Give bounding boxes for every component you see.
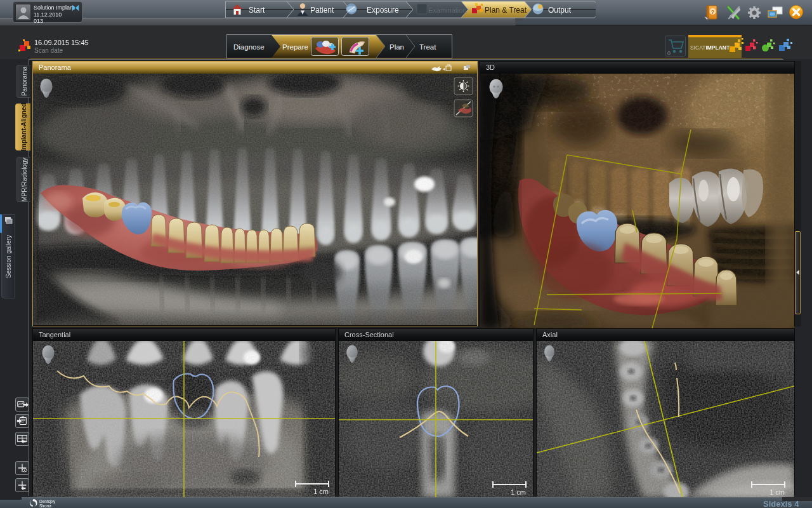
svg-text:Prepare: Prepare bbox=[282, 43, 308, 51]
svg-text:0: 0 bbox=[667, 50, 671, 57]
svg-text:Plan & Treat: Plan & Treat bbox=[485, 6, 527, 15]
svg-text:Plan: Plan bbox=[390, 43, 404, 51]
svg-text:Patient: Patient bbox=[310, 6, 334, 15]
svg-text:Examination: Examination bbox=[428, 6, 467, 14]
svg-text:Output: Output bbox=[548, 6, 572, 15]
svg-text:Start: Start bbox=[249, 6, 265, 15]
svg-text:SICATIMPLANT: SICATIMPLANT bbox=[690, 44, 730, 51]
svg-text:Treat: Treat bbox=[419, 43, 436, 51]
svg-text:Exposure: Exposure bbox=[367, 6, 399, 15]
svg-text:Sirona: Sirona bbox=[39, 504, 51, 508]
svg-text:1 cm: 1 cm bbox=[313, 488, 329, 495]
svg-text:1 cm: 1 cm bbox=[769, 488, 785, 496]
svg-text:1 cm: 1 cm bbox=[511, 488, 526, 496]
svg-text:?: ? bbox=[711, 9, 715, 15]
svg-text:Diagnose: Diagnose bbox=[233, 43, 265, 51]
